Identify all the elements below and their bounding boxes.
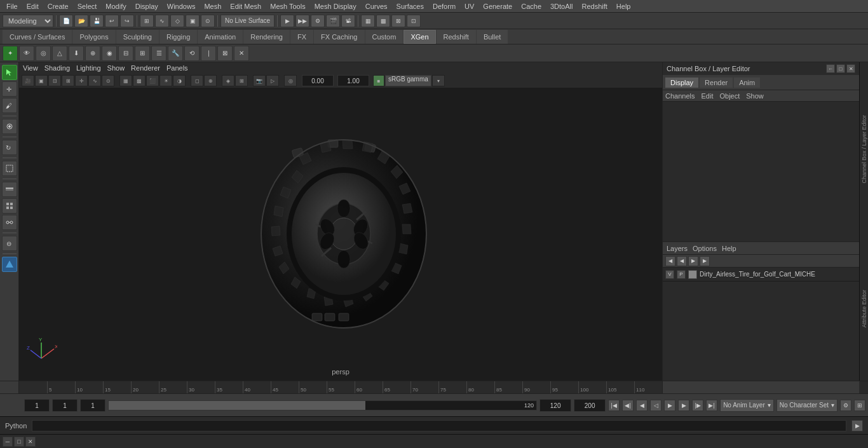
timeline-tick[interactable]: 45 (271, 381, 278, 394)
redo-btn[interactable]: ↪ (120, 15, 134, 27)
python-input[interactable] (32, 420, 846, 431)
attribute-editor-edge-label[interactable]: Attribute Editor (861, 287, 867, 330)
vp-menu-show[interactable]: Show (107, 64, 125, 72)
pb-next-frame[interactable]: ▶ (678, 400, 689, 411)
menu-windows[interactable]: Windows (163, 2, 200, 11)
menu-edit[interactable]: Edit (23, 2, 43, 11)
vp-color-btn[interactable]: ■ (373, 75, 384, 86)
bt-current-frame[interactable]: 1 (24, 399, 50, 412)
bt-end-frame[interactable]: 120 (539, 399, 571, 412)
bt-range-val1[interactable]: 1 (80, 399, 105, 412)
layout2-btn[interactable]: ▩ (376, 15, 390, 27)
vp-poly-count-btn[interactable]: ⊞ (235, 75, 248, 86)
timeline-tick[interactable]: 5 (47, 381, 51, 394)
menu-deform[interactable]: Deform (429, 2, 459, 11)
snap-point-btn[interactable]: ◇ (170, 15, 184, 27)
xgen-eye-btn[interactable]: ◉ (102, 46, 117, 61)
vp-camera2-btn[interactable]: 📷 (253, 75, 266, 86)
menu-help[interactable]: Help (613, 2, 635, 11)
vp-wireframe-btn[interactable]: ▦ (119, 75, 132, 86)
pb-prev-key[interactable]: ◀| (622, 400, 634, 411)
menu-cache[interactable]: Cache (517, 2, 545, 11)
menu-uv[interactable]: UV (461, 2, 478, 11)
xgen-wire-btn[interactable]: ⊟ (118, 46, 133, 61)
vp-nurbs-btn[interactable]: ⊙ (102, 75, 114, 86)
timeline-tick[interactable]: 60 (355, 381, 362, 394)
node-editor-btn[interactable] (2, 215, 17, 230)
layer-fwd-btn[interactable]: ▶ (688, 256, 698, 266)
python-tab[interactable]: Python (5, 422, 27, 430)
timeline-tick[interactable]: 15 (103, 381, 111, 394)
menu-file[interactable]: File (3, 2, 22, 11)
tab-bullet[interactable]: Bullet (477, 30, 508, 44)
layer-fwd2-btn[interactable]: ▶ (700, 256, 710, 266)
timeline-tick[interactable]: 25 (159, 381, 166, 394)
ch-menu-edit[interactable]: Edit (701, 92, 713, 100)
menu-generate[interactable]: Generate (479, 2, 516, 11)
timeline-tick[interactable]: 80 (466, 381, 474, 394)
mode-select[interactable]: Modeling (3, 15, 53, 27)
bt-settings-btn[interactable]: ⚙ (840, 400, 851, 411)
xgen-display2-btn[interactable]: ◎ (36, 46, 51, 61)
xgen-tool6-btn[interactable]: ∣ (201, 46, 216, 61)
anim-layer-dropdown[interactable]: No Anim Layer ▾ (720, 399, 774, 412)
bt-extra-btn[interactable]: ⊞ (854, 400, 865, 411)
cb-btn-1[interactable]: ← (826, 64, 835, 73)
layout3-btn[interactable]: ⊠ (391, 15, 405, 27)
win-close-btn[interactable]: ✕ (25, 437, 36, 447)
menu-3dtotall[interactable]: 3DtoAll (546, 2, 576, 11)
timeline-tick[interactable]: 40 (243, 381, 250, 394)
timeline-tick[interactable]: 10 (75, 381, 83, 394)
layer-playback-btn[interactable]: P (677, 270, 686, 279)
new-scene-btn[interactable]: 📄 (59, 15, 73, 27)
tab-fx[interactable]: FX (290, 30, 313, 44)
pb-play-fwd[interactable]: ▶ (664, 400, 675, 411)
hide-btn[interactable]: ⊖ (2, 236, 17, 251)
snap-curve-btn[interactable]: ∿ (155, 15, 169, 27)
disp-tab-display[interactable]: Display (665, 78, 698, 88)
tab-fx-caching[interactable]: FX Caching (314, 30, 364, 44)
render-view-btn[interactable]: 🎬 (326, 15, 340, 27)
snap-view-btn[interactable]: ⊙ (201, 15, 215, 27)
timeline-ruler[interactable]: 5101520253035404550556065707580859095100… (19, 381, 662, 394)
timeline-tick[interactable]: 20 (131, 381, 139, 394)
vp-xray-btn[interactable]: ◻ (191, 75, 203, 86)
vp-light-btn[interactable]: ☀ (159, 75, 172, 86)
disp-tab-anim[interactable]: Anim (734, 78, 760, 88)
playblast-btn[interactable]: 📽 (341, 15, 355, 27)
quick-layout-btn[interactable] (2, 198, 17, 214)
select-tool-btn[interactable] (2, 65, 17, 80)
timeline-tick[interactable]: 65 (383, 381, 390, 394)
layer-row-1[interactable]: V P Dirty_Airless_Tire_for_Golf_Cart_MIC… (663, 268, 859, 282)
xgen-tool5-btn[interactable]: ⟲ (184, 46, 200, 61)
paint-tool-btn[interactable]: 🖌 (2, 98, 17, 113)
timeline-tick[interactable]: 35 (215, 381, 222, 394)
render-settings-btn[interactable]: ⚙ (311, 15, 325, 27)
vp-menu-shading[interactable]: Shading (44, 64, 70, 72)
vp-film-btn[interactable]: ▣ (35, 75, 48, 86)
xgen-close-btn[interactable]: ✕ (234, 46, 249, 61)
menu-mesh-tools[interactable]: Mesh Tools (266, 2, 309, 11)
timeline-tick[interactable]: 85 (494, 381, 502, 394)
win-restore-btn[interactable]: □ (14, 437, 24, 447)
vp-menu-renderer[interactable]: Renderer (131, 64, 160, 72)
pb-prev-frame[interactable]: ◀ (636, 400, 648, 411)
vp-camera-btn[interactable]: 🎥 (22, 75, 34, 86)
tab-animation[interactable]: Animation (198, 30, 243, 44)
vp-smooth-btn[interactable]: ▩ (133, 75, 146, 86)
xgen-select-tool[interactable]: ✦ (3, 46, 18, 61)
menu-curves[interactable]: Curves (362, 2, 391, 11)
timeline-tick[interactable]: 95 (550, 381, 558, 394)
layer-menu-help[interactable]: Help (722, 245, 736, 252)
layer-color-swatch[interactable] (688, 270, 697, 279)
layout4-btn[interactable]: ⊡ (407, 15, 421, 27)
vp-xray2-btn[interactable]: ⊕ (204, 75, 217, 86)
undo-btn[interactable]: ↩ (105, 15, 119, 27)
menu-select[interactable]: Select (74, 2, 101, 11)
menu-redshift[interactable]: Redshift (578, 2, 611, 11)
timeline-tick[interactable]: 55 (327, 381, 334, 394)
cb-btn-2[interactable]: □ (836, 64, 845, 73)
rotate-tool-btn[interactable]: ↻ (2, 140, 17, 155)
bt-total-frames[interactable]: 200 (574, 399, 606, 412)
layer-add-btn[interactable]: ◀ (665, 256, 675, 266)
